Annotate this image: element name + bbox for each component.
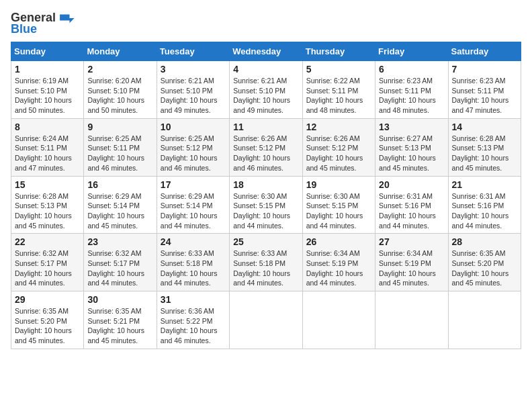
- day-info: Sunrise: 6:35 AMSunset: 5:20 PMDaylight:…: [15, 306, 80, 346]
- day-number: 20: [379, 179, 444, 190]
- day-number: 10: [161, 122, 226, 132]
- day-number: 8: [15, 122, 80, 132]
- calendar-cell: 2Sunrise: 6:20 AMSunset: 5:10 PMDaylight…: [84, 61, 157, 119]
- calendar-cell: [375, 291, 448, 349]
- calendar-cell: 6Sunrise: 6:23 AMSunset: 5:11 PMDaylight…: [375, 61, 448, 119]
- day-info: Sunrise: 6:25 AMSunset: 5:11 PMDaylight:…: [87, 134, 152, 173]
- calendar-cell: 4Sunrise: 6:21 AMSunset: 5:10 PMDaylight…: [230, 61, 302, 119]
- day-info: Sunrise: 6:32 AMSunset: 5:17 PMDaylight:…: [87, 248, 152, 288]
- day-number: 12: [306, 122, 371, 132]
- calendar-cell: 31Sunrise: 6:36 AMSunset: 5:22 PMDayligh…: [157, 291, 229, 349]
- calendar-cell: 30Sunrise: 6:35 AMSunset: 5:21 PMDayligh…: [84, 291, 157, 349]
- logo-arrow-icon: [57, 12, 76, 24]
- day-info: Sunrise: 6:32 AMSunset: 5:17 PMDaylight:…: [15, 248, 80, 288]
- calendar-cell: 29Sunrise: 6:35 AMSunset: 5:20 PMDayligh…: [11, 291, 84, 349]
- day-number: 16: [87, 179, 152, 190]
- calendar-cell: 17Sunrise: 6:29 AMSunset: 5:14 PMDayligh…: [157, 176, 229, 234]
- col-header-tuesday: Tuesday: [157, 42, 229, 61]
- day-number: 7: [452, 64, 517, 75]
- calendar-cell: [302, 291, 375, 349]
- calendar-cell: 5Sunrise: 6:22 AMSunset: 5:11 PMDaylight…: [302, 61, 375, 119]
- day-number: 25: [233, 236, 298, 247]
- day-info: Sunrise: 6:31 AMSunset: 5:16 PMDaylight:…: [379, 191, 444, 231]
- calendar-cell: [230, 291, 302, 349]
- day-info: Sunrise: 6:31 AMSunset: 5:16 PMDaylight:…: [452, 191, 517, 231]
- calendar-cell: 20Sunrise: 6:31 AMSunset: 5:16 PMDayligh…: [375, 176, 448, 234]
- calendar-cell: 12Sunrise: 6:26 AMSunset: 5:12 PMDayligh…: [302, 118, 375, 176]
- day-number: 1: [15, 64, 80, 75]
- day-number: 24: [161, 236, 226, 247]
- day-info: Sunrise: 6:36 AMSunset: 5:22 PMDaylight:…: [161, 306, 226, 346]
- day-number: 31: [161, 294, 226, 305]
- calendar-cell: [448, 291, 521, 349]
- day-number: 4: [233, 64, 298, 75]
- day-number: 28: [452, 236, 517, 247]
- col-header-monday: Monday: [84, 42, 157, 61]
- day-info: Sunrise: 6:30 AMSunset: 5:15 PMDaylight:…: [306, 191, 371, 231]
- day-number: 22: [15, 236, 80, 247]
- day-number: 6: [379, 64, 444, 75]
- calendar-cell: 16Sunrise: 6:29 AMSunset: 5:14 PMDayligh…: [84, 176, 157, 234]
- day-number: 11: [233, 122, 298, 132]
- calendar-cell: 22Sunrise: 6:32 AMSunset: 5:17 PMDayligh…: [11, 234, 84, 291]
- day-number: 19: [306, 179, 371, 190]
- day-number: 5: [306, 64, 371, 75]
- day-number: 13: [379, 122, 444, 132]
- day-info: Sunrise: 6:25 AMSunset: 5:12 PMDaylight:…: [161, 134, 226, 173]
- calendar-cell: 3Sunrise: 6:21 AMSunset: 5:10 PMDaylight…: [157, 61, 229, 119]
- day-number: 27: [379, 236, 444, 247]
- day-number: 17: [161, 179, 226, 190]
- calendar-cell: 19Sunrise: 6:30 AMSunset: 5:15 PMDayligh…: [302, 176, 375, 234]
- calendar-week-row: 1Sunrise: 6:19 AMSunset: 5:10 PMDaylight…: [11, 61, 521, 119]
- calendar-cell: 13Sunrise: 6:27 AMSunset: 5:13 PMDayligh…: [375, 118, 448, 176]
- calendar-cell: 28Sunrise: 6:35 AMSunset: 5:20 PMDayligh…: [448, 234, 521, 291]
- svg-marker-0: [60, 14, 75, 23]
- day-number: 26: [306, 236, 371, 247]
- day-number: 21: [452, 179, 517, 190]
- day-info: Sunrise: 6:28 AMSunset: 5:13 PMDaylight:…: [452, 134, 517, 173]
- day-number: 18: [233, 179, 298, 190]
- day-info: Sunrise: 6:35 AMSunset: 5:20 PMDaylight:…: [452, 248, 517, 288]
- calendar-cell: 10Sunrise: 6:25 AMSunset: 5:12 PMDayligh…: [157, 118, 229, 176]
- day-number: 15: [15, 179, 80, 190]
- calendar-cell: 9Sunrise: 6:25 AMSunset: 5:11 PMDaylight…: [84, 118, 157, 176]
- calendar-week-row: 15Sunrise: 6:28 AMSunset: 5:13 PMDayligh…: [11, 176, 521, 234]
- day-info: Sunrise: 6:34 AMSunset: 5:19 PMDaylight:…: [306, 248, 371, 288]
- calendar-cell: 25Sunrise: 6:33 AMSunset: 5:18 PMDayligh…: [230, 234, 302, 291]
- day-info: Sunrise: 6:22 AMSunset: 5:11 PMDaylight:…: [306, 76, 371, 116]
- col-header-saturday: Saturday: [448, 42, 521, 61]
- calendar-cell: 1Sunrise: 6:19 AMSunset: 5:10 PMDaylight…: [11, 61, 84, 119]
- day-info: Sunrise: 6:21 AMSunset: 5:10 PMDaylight:…: [233, 76, 298, 116]
- col-header-thursday: Thursday: [302, 42, 375, 61]
- day-info: Sunrise: 6:23 AMSunset: 5:11 PMDaylight:…: [452, 76, 517, 116]
- logo-blue-text: Blue: [11, 22, 37, 36]
- day-info: Sunrise: 6:21 AMSunset: 5:10 PMDaylight:…: [161, 76, 226, 116]
- calendar-week-row: 29Sunrise: 6:35 AMSunset: 5:20 PMDayligh…: [11, 291, 521, 349]
- calendar-cell: 8Sunrise: 6:24 AMSunset: 5:11 PMDaylight…: [11, 118, 84, 176]
- day-info: Sunrise: 6:33 AMSunset: 5:18 PMDaylight:…: [233, 248, 298, 288]
- col-header-sunday: Sunday: [11, 42, 84, 61]
- day-number: 29: [15, 294, 80, 305]
- day-info: Sunrise: 6:24 AMSunset: 5:11 PMDaylight:…: [15, 134, 80, 173]
- calendar-week-row: 22Sunrise: 6:32 AMSunset: 5:17 PMDayligh…: [11, 234, 521, 291]
- calendar-cell: 7Sunrise: 6:23 AMSunset: 5:11 PMDaylight…: [448, 61, 521, 119]
- calendar-cell: 23Sunrise: 6:32 AMSunset: 5:17 PMDayligh…: [84, 234, 157, 291]
- day-info: Sunrise: 6:28 AMSunset: 5:13 PMDaylight:…: [15, 191, 80, 231]
- calendar-cell: 18Sunrise: 6:30 AMSunset: 5:15 PMDayligh…: [230, 176, 302, 234]
- calendar-cell: 14Sunrise: 6:28 AMSunset: 5:13 PMDayligh…: [448, 118, 521, 176]
- day-info: Sunrise: 6:34 AMSunset: 5:19 PMDaylight:…: [379, 248, 444, 288]
- day-info: Sunrise: 6:29 AMSunset: 5:14 PMDaylight:…: [87, 191, 152, 231]
- calendar-cell: 21Sunrise: 6:31 AMSunset: 5:16 PMDayligh…: [448, 176, 521, 234]
- calendar-cell: 26Sunrise: 6:34 AMSunset: 5:19 PMDayligh…: [302, 234, 375, 291]
- day-info: Sunrise: 6:33 AMSunset: 5:18 PMDaylight:…: [161, 248, 226, 288]
- calendar-cell: 11Sunrise: 6:26 AMSunset: 5:12 PMDayligh…: [230, 118, 302, 176]
- day-number: 3: [161, 64, 226, 75]
- day-number: 9: [87, 122, 152, 132]
- day-info: Sunrise: 6:30 AMSunset: 5:15 PMDaylight:…: [233, 191, 298, 231]
- day-number: 2: [87, 64, 152, 75]
- col-header-friday: Friday: [375, 42, 448, 61]
- calendar-cell: 27Sunrise: 6:34 AMSunset: 5:19 PMDayligh…: [375, 234, 448, 291]
- calendar-cell: 15Sunrise: 6:28 AMSunset: 5:13 PMDayligh…: [11, 176, 84, 234]
- day-number: 14: [452, 122, 517, 132]
- calendar-week-row: 8Sunrise: 6:24 AMSunset: 5:11 PMDaylight…: [11, 118, 521, 176]
